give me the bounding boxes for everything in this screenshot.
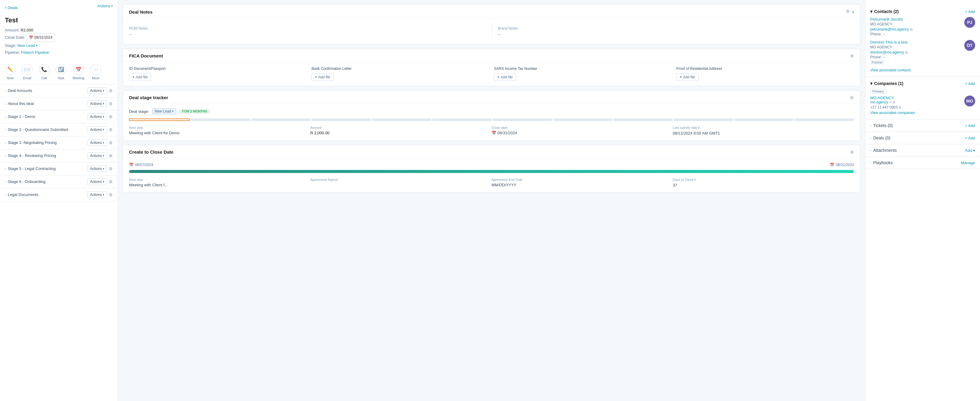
contact-2-name[interactable]: Dominic This is a test xyxy=(870,40,964,45)
close-info-grid: Next step Meeting with Client f... Agree… xyxy=(129,178,854,188)
playbooks-manage-link[interactable]: Manage xyxy=(961,161,975,165)
section-about-deal-header[interactable]: ›About this deal Actions ⚙ xyxy=(0,97,118,110)
stage1-actions-button[interactable]: Actions xyxy=(88,113,107,120)
stage-seg-4 xyxy=(372,119,431,121)
playbooks-section[interactable]: › Playbooks Manage xyxy=(865,157,980,169)
stage-dropdown[interactable]: New Lead xyxy=(17,42,38,49)
section-stage5-header[interactable]: ›Stage 5 - Legal Contracting Actions ⚙ xyxy=(0,162,118,175)
deal-notes-card: Deal Notes ⚙ › POM Notes -- Brand Notes … xyxy=(123,4,860,45)
close-progress-bar xyxy=(129,170,854,173)
fica-card: FICA Document ⚙ ID Document/Passport Add… xyxy=(123,49,860,86)
fica-gear-icon[interactable]: ⚙ xyxy=(850,54,854,58)
about-deal-gear-icon[interactable]: ⚙ xyxy=(109,101,113,106)
section-stage2-header[interactable]: ›Stage 2 - Questionnaire Submitted Actio… xyxy=(0,123,118,136)
section-legal-docs-header[interactable]: ›Legal Documents Actions ⚙ xyxy=(0,188,118,201)
section-stage5: ›Stage 5 - Legal Contracting Actions ⚙ xyxy=(0,162,118,175)
stage3-gear-icon[interactable]: ⚙ xyxy=(109,140,113,145)
deal-amounts-actions-button[interactable]: Actions xyxy=(88,88,107,94)
copy-email-2-icon[interactable]: ⧉ xyxy=(905,51,908,54)
chevron-icon: › xyxy=(5,128,6,132)
legal-docs-gear-icon[interactable]: ⚙ xyxy=(109,193,113,197)
right-panel: ▾ Contacts (2) + Add Petrumariè Jacobs M… xyxy=(865,0,980,401)
contacts-section-header[interactable]: ▾ Contacts (2) + Add xyxy=(870,9,975,14)
chevron-icon: › xyxy=(5,141,6,145)
section-deal-amounts-header[interactable]: ›Deal Amounts Actions ⚙ xyxy=(0,84,118,97)
contact-1-avatar: PJ xyxy=(964,17,975,28)
stage-amount-value: R 2,000.00 xyxy=(310,130,487,135)
stage2-actions-button[interactable]: Actions xyxy=(88,126,107,133)
section-stage1-header[interactable]: ›Stage 1 - Demo Actions ⚙ xyxy=(0,110,118,123)
copy-email-icon[interactable]: ⧉ xyxy=(910,27,913,32)
chevron-icon: › xyxy=(5,89,6,92)
more-action[interactable]: ··· More xyxy=(91,64,101,80)
about-deal-actions-button[interactable]: Actions xyxy=(88,100,107,107)
fica-address-add-btn[interactable]: Add file xyxy=(676,73,698,81)
view-contacts-link[interactable]: View associated contacts xyxy=(870,68,975,72)
tickets-section[interactable]: › Tickets (0) + Add xyxy=(865,119,980,132)
email-action[interactable]: ✉️ Email xyxy=(22,64,33,80)
close-agreement-signed: Agreement Signed xyxy=(310,178,492,188)
stage5-gear-icon[interactable]: ⚙ xyxy=(109,166,113,171)
stage4-actions-button[interactable]: Actions xyxy=(88,153,107,159)
legal-docs-actions-button[interactable]: Actions xyxy=(88,191,107,198)
stage2-gear-icon[interactable]: ⚙ xyxy=(109,127,113,132)
deals-title: Deals (0) xyxy=(873,135,891,140)
companies-chevron-icon: ▾ xyxy=(870,81,872,86)
close-date-input[interactable]: 📅 08/31/2024 xyxy=(27,33,55,42)
copy-website-icon[interactable]: ⧉ xyxy=(892,100,895,104)
copy-phone-icon[interactable]: ⧉ xyxy=(899,105,901,110)
close-next-step-label: Next step xyxy=(129,178,305,181)
section-stage3-header[interactable]: ›Stage 3 -Negotiating Pricing Actions ⚙ xyxy=(0,136,118,149)
deal-meta: Amount: R2,000 Close Date: 📅 08/31/2024 … xyxy=(5,27,113,56)
stage4-gear-icon[interactable]: ⚙ xyxy=(109,153,113,158)
view-companies-link[interactable]: View associated companies xyxy=(870,111,975,115)
task-action[interactable]: ☑️ Task xyxy=(56,64,67,80)
create-close-gear-icon[interactable]: ⚙ xyxy=(850,150,854,154)
tickets-add-link[interactable]: + Add xyxy=(965,123,975,128)
call-icon: 📞 xyxy=(39,64,49,75)
pom-notes-value: -- xyxy=(129,32,492,36)
create-close-header: Create to Close Date ⚙ xyxy=(123,145,860,158)
stage1-gear-icon[interactable]: ⚙ xyxy=(109,114,113,119)
deals-add-link[interactable]: + Add xyxy=(965,136,975,140)
section-stage4-header[interactable]: ›Stage 4 - Reviewing Pricing Actions ⚙ xyxy=(0,150,118,162)
deal-notes-gear-icon[interactable]: ⚙ xyxy=(846,9,850,15)
attachments-add-link[interactable]: Add ▾ xyxy=(965,148,975,153)
back-to-deals-link[interactable]: Deals xyxy=(5,5,18,10)
contact-1-email[interactable]: petrumarie@mo.agency ⧉ xyxy=(870,27,964,32)
contact-1-name[interactable]: Petrumariè Jacobs xyxy=(870,17,964,21)
call-action[interactable]: 📞 Call xyxy=(39,64,49,80)
stage-tracker-gear-icon[interactable]: ⚙ xyxy=(850,95,854,100)
company-website[interactable]: mo.agency ↗ ⧉ xyxy=(870,100,901,104)
playbooks-title: Playbooks xyxy=(873,160,893,165)
deal-notes-body: POM Notes -- Brand Notes -- xyxy=(123,18,860,44)
contacts-add-link[interactable]: + Add xyxy=(965,10,975,14)
stage6-actions-button[interactable]: Actions xyxy=(88,178,107,185)
fica-sars-add-btn[interactable]: Add file xyxy=(494,73,516,81)
fica-id-add-btn[interactable]: Add file xyxy=(129,73,151,81)
pipeline-link[interactable]: Fintech Pipeline xyxy=(21,50,49,55)
meeting-action[interactable]: 📅 Meeting xyxy=(73,64,84,80)
note-action[interactable]: ✏️ Note xyxy=(5,64,16,80)
deal-amounts-gear-icon[interactable]: ⚙ xyxy=(109,88,113,93)
stage-tracker-card: Deal stage tracker ⚙ Deal stage: New Lea… xyxy=(123,91,860,141)
stage-row: Stage: New Lead xyxy=(5,42,113,49)
companies-section-header[interactable]: ▾ Companies (1) + Add xyxy=(870,81,975,86)
deal-notes-expand-icon[interactable]: › xyxy=(852,9,854,15)
fica-bank-label: Bank Confirmation Letter xyxy=(312,67,489,71)
sidebar-actions-button[interactable]: Actions xyxy=(97,4,113,8)
section-label: Stage 1 - Demo xyxy=(8,114,35,119)
main-content: Deal Notes ⚙ › POM Notes -- Brand Notes … xyxy=(118,0,865,401)
deals-section[interactable]: › Deals (0) + Add xyxy=(865,132,980,144)
stage6-gear-icon[interactable]: ⚙ xyxy=(109,179,113,184)
contact-2-email[interactable]: dominic@mo.agency ⧉ xyxy=(870,50,964,54)
section-stage6-header[interactable]: ›Stage 6 - Onboarding Actions ⚙ xyxy=(0,175,118,188)
attachments-section[interactable]: › Attachments Add ▾ xyxy=(865,144,980,157)
stage-value-badge[interactable]: New Lead xyxy=(152,108,176,114)
company-name[interactable]: MO AGENCY xyxy=(870,95,901,100)
companies-add-link[interactable]: + Add xyxy=(965,81,975,86)
close-date-label: Close Date: xyxy=(5,35,25,40)
stage3-actions-button[interactable]: Actions xyxy=(88,139,107,146)
fica-bank-add-btn[interactable]: Add file xyxy=(312,73,334,81)
stage5-actions-button[interactable]: Actions xyxy=(88,165,107,172)
